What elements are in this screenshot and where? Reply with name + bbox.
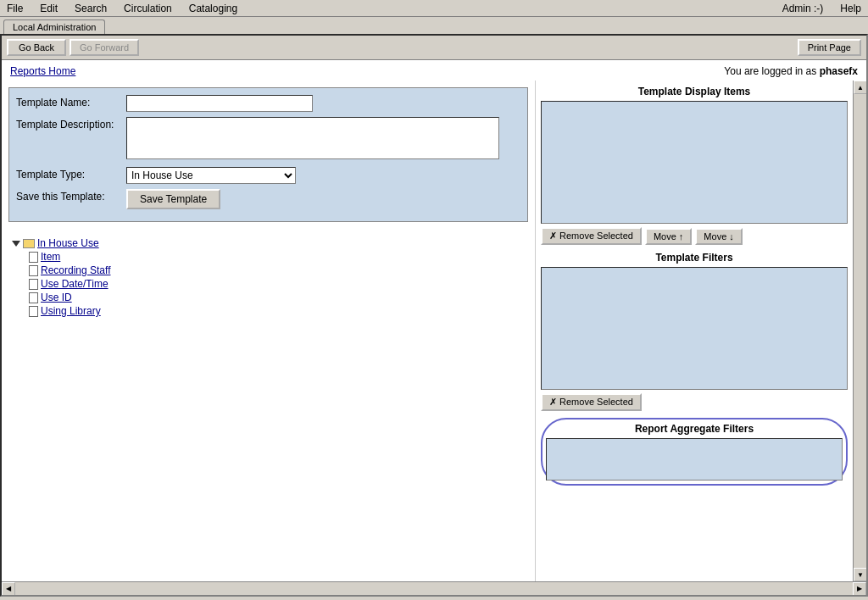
tree-children: Item Recording Staff Use Date/Time	[12, 251, 525, 317]
tree-area: In House Use Item Recording Staff	[2, 229, 535, 581]
scroll-right-arrow[interactable]: ▶	[853, 582, 866, 596]
filters-list	[541, 267, 848, 390]
doc-icon-item	[29, 252, 38, 263]
template-type-label: Template Type:	[16, 167, 126, 181]
menu-admin[interactable]: Admin :-)	[779, 3, 827, 14]
doc-icon-recording-staff	[29, 265, 38, 276]
print-page-button[interactable]: Print Page	[798, 39, 861, 56]
tree-root: In House Use Item Recording Staff	[12, 237, 525, 317]
tree-leaf-use-datetime: Use Date/Time	[29, 278, 525, 290]
tabbar: Local Administration	[0, 17, 868, 34]
save-template-label: Save this Template:	[16, 189, 126, 203]
aggregate-list	[546, 438, 843, 481]
top-bar: Reports Home You are logged in as phasef…	[2, 60, 866, 81]
username: phasefx	[820, 65, 858, 77]
remove-selected-display-button[interactable]: ✗ Remove Selected	[541, 227, 642, 245]
login-info: You are logged in as phasefx	[724, 65, 858, 77]
menu-search[interactable]: Search	[71, 3, 110, 14]
save-template-button[interactable]: Save Template	[126, 189, 220, 209]
left-panel: Template Name: Template Description: Tem…	[2, 81, 536, 581]
move-down-button[interactable]: Move ↓	[695, 228, 742, 245]
filters-buttons: ✗ Remove Selected	[541, 393, 848, 411]
tree-folder-name[interactable]: In House Use	[37, 237, 99, 249]
display-items-list	[541, 101, 848, 224]
right-panel: Template Display Items ✗ Remove Selected…	[536, 81, 853, 581]
scroll-left-arrow[interactable]: ◀	[2, 582, 15, 596]
aggregate-section: Report Aggregate Filters	[541, 418, 848, 486]
folder-icon	[23, 239, 35, 248]
content-area: Reports Home You are logged in as phasef…	[2, 60, 866, 595]
remove-selected-filters-button[interactable]: ✗ Remove Selected	[541, 393, 642, 411]
display-items-title: Template Display Items	[541, 86, 848, 97]
go-forward-button[interactable]: Go Forward	[70, 39, 139, 56]
menu-edit[interactable]: Edit	[36, 3, 61, 14]
tree-folder[interactable]: In House Use	[12, 237, 525, 249]
scroll-track-v[interactable]	[854, 94, 866, 568]
doc-icon-use-id	[29, 292, 38, 303]
template-type-select[interactable]: In House Use Circulation Cataloging	[126, 167, 296, 184]
scroll-down-arrow[interactable]: ▼	[854, 568, 866, 581]
go-back-button[interactable]: Go Back	[7, 39, 66, 56]
tree-leaf-use-id: Use ID	[29, 292, 525, 303]
form-area: Template Name: Template Description: Tem…	[8, 87, 528, 222]
tree-expand-icon	[12, 241, 20, 247]
template-description-textarea[interactable]	[126, 117, 499, 159]
main-content: Template Name: Template Description: Tem…	[2, 81, 866, 581]
doc-icon-using-library	[29, 306, 38, 317]
tree-link-use-datetime[interactable]: Use Date/Time	[41, 278, 108, 290]
tree-leaf-using-library: Using Library	[29, 305, 525, 317]
tree-link-recording-staff[interactable]: Recording Staff	[41, 264, 111, 276]
template-name-input[interactable]	[126, 95, 313, 112]
menubar: File Edit Search Circulation Cataloging …	[0, 0, 868, 17]
main-window: Go Back Go Forward Print Page Reports Ho…	[0, 34, 868, 597]
menu-help[interactable]: Help	[837, 3, 865, 14]
tree-leaf-item: Item	[29, 251, 525, 263]
template-description-label: Template Description:	[16, 117, 126, 131]
move-up-button[interactable]: Move ↑	[645, 228, 692, 245]
horizontal-scrollbar[interactable]: ◀ ▶	[2, 581, 866, 595]
tree-link-item[interactable]: Item	[41, 251, 60, 263]
scroll-up-arrow[interactable]: ▲	[854, 81, 866, 94]
menu-file[interactable]: File	[3, 3, 26, 14]
filters-section: Template Filters ✗ Remove Selected	[541, 252, 848, 411]
template-name-label: Template Name:	[16, 95, 126, 108]
vertical-scrollbar[interactable]: ▲ ▼	[853, 81, 866, 581]
aggregate-title: Report Aggregate Filters	[546, 423, 843, 435]
reports-home-link[interactable]: Reports Home	[10, 65, 75, 77]
tree-folder-item: In House Use Item Recording Staff	[12, 237, 525, 317]
doc-icon-use-datetime	[29, 279, 38, 290]
tree-leaf-recording-staff: Recording Staff	[29, 264, 525, 276]
filters-title: Template Filters	[541, 252, 848, 264]
tree-link-use-id[interactable]: Use ID	[41, 292, 72, 303]
display-items-section: Template Display Items ✗ Remove Selected…	[541, 86, 848, 245]
local-admin-tab[interactable]: Local Administration	[3, 19, 105, 34]
menu-circulation[interactable]: Circulation	[120, 3, 175, 14]
tree-link-using-library[interactable]: Using Library	[41, 305, 101, 317]
display-items-buttons: ✗ Remove Selected Move ↑ Move ↓	[541, 227, 848, 245]
toolbar: Go Back Go Forward Print Page	[2, 36, 866, 60]
menu-cataloging[interactable]: Cataloging	[186, 3, 241, 14]
